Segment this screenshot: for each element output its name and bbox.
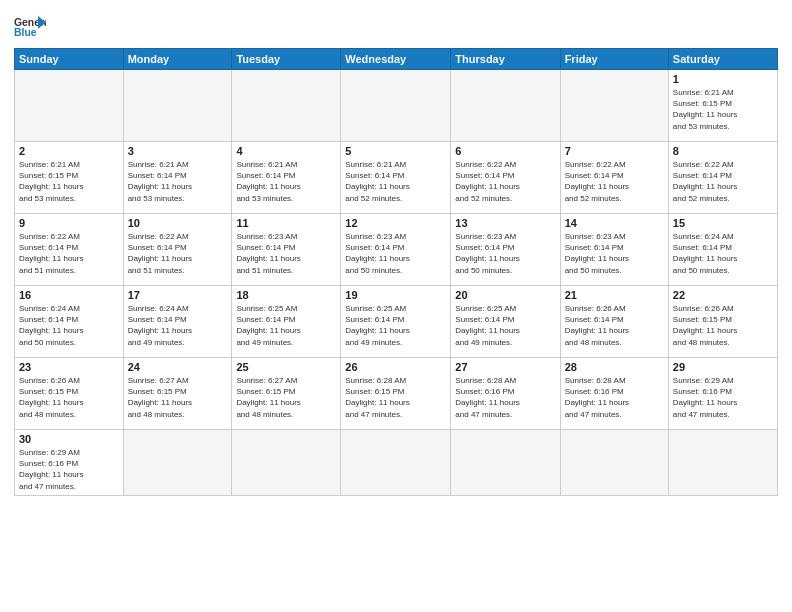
day-info: Sunrise: 6:23 AM Sunset: 6:14 PM Dayligh…: [345, 231, 446, 276]
day-info: Sunrise: 6:28 AM Sunset: 6:16 PM Dayligh…: [565, 375, 664, 420]
calendar-cell: [341, 430, 451, 496]
day-number: 7: [565, 145, 664, 157]
calendar-cell: 25Sunrise: 6:27 AM Sunset: 6:15 PM Dayli…: [232, 358, 341, 430]
calendar-cell: [560, 70, 668, 142]
calendar-cell: 13Sunrise: 6:23 AM Sunset: 6:14 PM Dayli…: [451, 214, 560, 286]
day-info: Sunrise: 6:25 AM Sunset: 6:14 PM Dayligh…: [236, 303, 336, 348]
day-number: 4: [236, 145, 336, 157]
calendar-cell: [123, 430, 232, 496]
day-number: 6: [455, 145, 555, 157]
svg-text:Blue: Blue: [14, 27, 37, 38]
day-number: 21: [565, 289, 664, 301]
weekday-header: Sunday: [15, 49, 124, 70]
calendar-cell: [451, 70, 560, 142]
weekday-header: Monday: [123, 49, 232, 70]
day-info: Sunrise: 6:21 AM Sunset: 6:14 PM Dayligh…: [345, 159, 446, 204]
calendar-cell: 5Sunrise: 6:21 AM Sunset: 6:14 PM Daylig…: [341, 142, 451, 214]
calendar-cell: 8Sunrise: 6:22 AM Sunset: 6:14 PM Daylig…: [668, 142, 777, 214]
day-info: Sunrise: 6:21 AM Sunset: 6:15 PM Dayligh…: [673, 87, 773, 132]
day-info: Sunrise: 6:27 AM Sunset: 6:15 PM Dayligh…: [128, 375, 228, 420]
calendar-cell: 14Sunrise: 6:23 AM Sunset: 6:14 PM Dayli…: [560, 214, 668, 286]
calendar-cell: [123, 70, 232, 142]
day-info: Sunrise: 6:29 AM Sunset: 6:16 PM Dayligh…: [19, 447, 119, 492]
header: General Blue: [14, 10, 778, 42]
day-info: Sunrise: 6:26 AM Sunset: 6:15 PM Dayligh…: [19, 375, 119, 420]
calendar-cell: 23Sunrise: 6:26 AM Sunset: 6:15 PM Dayli…: [15, 358, 124, 430]
day-info: Sunrise: 6:22 AM Sunset: 6:14 PM Dayligh…: [19, 231, 119, 276]
calendar-cell: 6Sunrise: 6:22 AM Sunset: 6:14 PM Daylig…: [451, 142, 560, 214]
day-number: 2: [19, 145, 119, 157]
calendar-cell: 7Sunrise: 6:22 AM Sunset: 6:14 PM Daylig…: [560, 142, 668, 214]
day-number: 1: [673, 73, 773, 85]
day-info: Sunrise: 6:28 AM Sunset: 6:15 PM Dayligh…: [345, 375, 446, 420]
calendar-cell: 24Sunrise: 6:27 AM Sunset: 6:15 PM Dayli…: [123, 358, 232, 430]
day-number: 24: [128, 361, 228, 373]
calendar: SundayMondayTuesdayWednesdayThursdayFrid…: [14, 48, 778, 496]
calendar-cell: 26Sunrise: 6:28 AM Sunset: 6:15 PM Dayli…: [341, 358, 451, 430]
day-info: Sunrise: 6:24 AM Sunset: 6:14 PM Dayligh…: [128, 303, 228, 348]
weekday-header: Thursday: [451, 49, 560, 70]
logo-icon: General Blue: [14, 14, 46, 42]
calendar-cell: 2Sunrise: 6:21 AM Sunset: 6:15 PM Daylig…: [15, 142, 124, 214]
calendar-cell: 18Sunrise: 6:25 AM Sunset: 6:14 PM Dayli…: [232, 286, 341, 358]
day-number: 27: [455, 361, 555, 373]
calendar-cell: 3Sunrise: 6:21 AM Sunset: 6:14 PM Daylig…: [123, 142, 232, 214]
day-number: 5: [345, 145, 446, 157]
calendar-cell: [560, 430, 668, 496]
calendar-cell: [15, 70, 124, 142]
day-number: 15: [673, 217, 773, 229]
day-info: Sunrise: 6:22 AM Sunset: 6:14 PM Dayligh…: [673, 159, 773, 204]
day-number: 22: [673, 289, 773, 301]
calendar-cell: 16Sunrise: 6:24 AM Sunset: 6:14 PM Dayli…: [15, 286, 124, 358]
calendar-cell: [668, 430, 777, 496]
logo: General Blue: [14, 14, 46, 42]
calendar-cell: 20Sunrise: 6:25 AM Sunset: 6:14 PM Dayli…: [451, 286, 560, 358]
calendar-cell: 17Sunrise: 6:24 AM Sunset: 6:14 PM Dayli…: [123, 286, 232, 358]
day-number: 10: [128, 217, 228, 229]
day-info: Sunrise: 6:25 AM Sunset: 6:14 PM Dayligh…: [345, 303, 446, 348]
day-number: 25: [236, 361, 336, 373]
calendar-header-row: SundayMondayTuesdayWednesdayThursdayFrid…: [15, 49, 778, 70]
day-info: Sunrise: 6:22 AM Sunset: 6:14 PM Dayligh…: [455, 159, 555, 204]
day-info: Sunrise: 6:21 AM Sunset: 6:14 PM Dayligh…: [128, 159, 228, 204]
day-info: Sunrise: 6:23 AM Sunset: 6:14 PM Dayligh…: [455, 231, 555, 276]
day-number: 29: [673, 361, 773, 373]
calendar-cell: 12Sunrise: 6:23 AM Sunset: 6:14 PM Dayli…: [341, 214, 451, 286]
weekday-header: Tuesday: [232, 49, 341, 70]
calendar-cell: [232, 70, 341, 142]
day-number: 13: [455, 217, 555, 229]
day-info: Sunrise: 6:27 AM Sunset: 6:15 PM Dayligh…: [236, 375, 336, 420]
day-info: Sunrise: 6:22 AM Sunset: 6:14 PM Dayligh…: [565, 159, 664, 204]
day-number: 3: [128, 145, 228, 157]
day-number: 19: [345, 289, 446, 301]
day-info: Sunrise: 6:22 AM Sunset: 6:14 PM Dayligh…: [128, 231, 228, 276]
calendar-cell: 21Sunrise: 6:26 AM Sunset: 6:14 PM Dayli…: [560, 286, 668, 358]
calendar-cell: 11Sunrise: 6:23 AM Sunset: 6:14 PM Dayli…: [232, 214, 341, 286]
calendar-cell: 28Sunrise: 6:28 AM Sunset: 6:16 PM Dayli…: [560, 358, 668, 430]
day-info: Sunrise: 6:23 AM Sunset: 6:14 PM Dayligh…: [565, 231, 664, 276]
calendar-cell: 29Sunrise: 6:29 AM Sunset: 6:16 PM Dayli…: [668, 358, 777, 430]
day-number: 23: [19, 361, 119, 373]
calendar-cell: 9Sunrise: 6:22 AM Sunset: 6:14 PM Daylig…: [15, 214, 124, 286]
day-number: 18: [236, 289, 336, 301]
day-number: 30: [19, 433, 119, 445]
day-info: Sunrise: 6:26 AM Sunset: 6:15 PM Dayligh…: [673, 303, 773, 348]
day-number: 8: [673, 145, 773, 157]
day-info: Sunrise: 6:23 AM Sunset: 6:14 PM Dayligh…: [236, 231, 336, 276]
day-info: Sunrise: 6:26 AM Sunset: 6:14 PM Dayligh…: [565, 303, 664, 348]
day-number: 14: [565, 217, 664, 229]
calendar-cell: 27Sunrise: 6:28 AM Sunset: 6:16 PM Dayli…: [451, 358, 560, 430]
day-number: 9: [19, 217, 119, 229]
calendar-cell: 30Sunrise: 6:29 AM Sunset: 6:16 PM Dayli…: [15, 430, 124, 496]
day-number: 12: [345, 217, 446, 229]
day-info: Sunrise: 6:28 AM Sunset: 6:16 PM Dayligh…: [455, 375, 555, 420]
calendar-cell: 1Sunrise: 6:21 AM Sunset: 6:15 PM Daylig…: [668, 70, 777, 142]
calendar-cell: [341, 70, 451, 142]
day-info: Sunrise: 6:21 AM Sunset: 6:14 PM Dayligh…: [236, 159, 336, 204]
day-info: Sunrise: 6:29 AM Sunset: 6:16 PM Dayligh…: [673, 375, 773, 420]
calendar-cell: 22Sunrise: 6:26 AM Sunset: 6:15 PM Dayli…: [668, 286, 777, 358]
day-number: 17: [128, 289, 228, 301]
day-info: Sunrise: 6:24 AM Sunset: 6:14 PM Dayligh…: [673, 231, 773, 276]
calendar-cell: 4Sunrise: 6:21 AM Sunset: 6:14 PM Daylig…: [232, 142, 341, 214]
day-number: 28: [565, 361, 664, 373]
